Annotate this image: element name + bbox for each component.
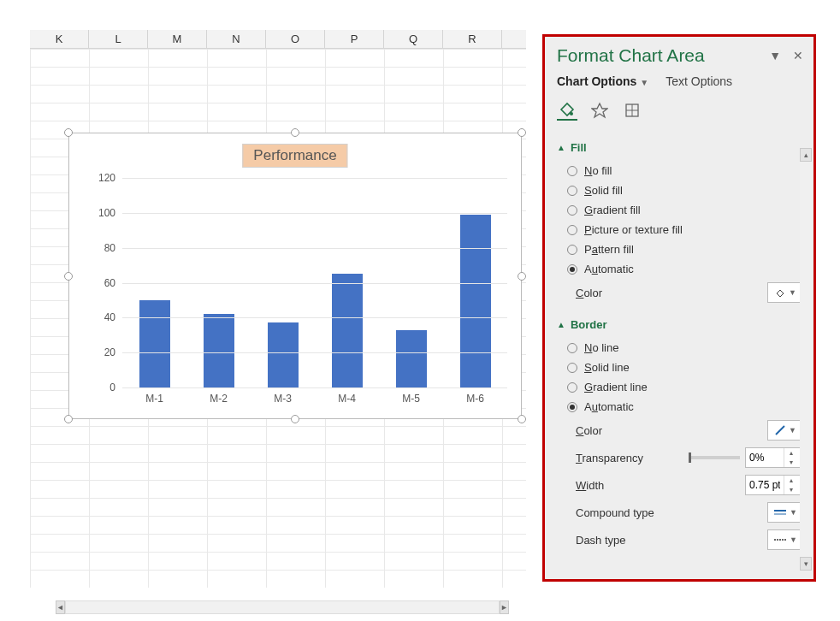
tab-chart-options[interactable]: Chart Options▼ bbox=[557, 74, 648, 88]
option-tabs: Chart Options▼ Text Options bbox=[545, 71, 813, 97]
x-tick-label: M-6 bbox=[443, 393, 507, 410]
svg-line-5 bbox=[776, 426, 784, 435]
fill-color-label: Color bbox=[576, 287, 602, 299]
chart-title[interactable]: Performance bbox=[242, 144, 347, 168]
column-header[interactable]: Q bbox=[384, 30, 443, 48]
y-tick-label: 80 bbox=[104, 242, 115, 254]
y-tick-label: 100 bbox=[98, 207, 115, 219]
y-axis: 020406080100120 bbox=[93, 178, 119, 387]
bar[interactable] bbox=[268, 322, 299, 387]
x-tick-label: M-3 bbox=[251, 393, 315, 410]
tab-text-options[interactable]: Text Options bbox=[665, 74, 732, 88]
x-axis: M-1M-2M-3M-4M-5M-6 bbox=[122, 393, 507, 410]
scroll-left-button[interactable]: ◄ bbox=[56, 600, 65, 614]
border-option-automatic[interactable]: Automatic bbox=[567, 397, 805, 417]
chart-object[interactable]: Performance 020406080100120 M-1M-2M-3M-4… bbox=[68, 133, 522, 419]
scroll-up-button[interactable]: ▴ bbox=[800, 148, 812, 162]
transparency-slider[interactable] bbox=[689, 456, 740, 459]
fill-option-no-fill[interactable]: No fill bbox=[567, 161, 805, 180]
scroll-right-button[interactable]: ► bbox=[500, 600, 509, 614]
y-tick-label: 120 bbox=[98, 172, 115, 184]
fill-option-picture[interactable]: Picture or texture fill bbox=[567, 220, 805, 240]
x-tick-label: M-5 bbox=[379, 393, 443, 410]
column-header[interactable]: P bbox=[325, 30, 384, 48]
column-header[interactable]: O bbox=[266, 30, 325, 48]
resize-handle[interactable] bbox=[518, 415, 526, 423]
compound-type-label: Compound type bbox=[576, 506, 654, 519]
svg-point-0 bbox=[570, 112, 573, 115]
resize-handle[interactable] bbox=[64, 272, 73, 281]
fill-color-picker[interactable]: ▼ bbox=[767, 282, 803, 303]
size-properties-icon[interactable] bbox=[622, 100, 642, 121]
pane-header: Format Chart Area ▼ ✕ bbox=[545, 37, 813, 71]
svg-marker-1 bbox=[592, 104, 607, 117]
y-tick-label: 60 bbox=[104, 277, 115, 289]
effects-icon[interactable] bbox=[589, 100, 610, 121]
border-option-no-line[interactable]: No line bbox=[567, 338, 805, 358]
column-header[interactable]: N bbox=[207, 30, 266, 48]
fill-section-header[interactable]: ▲Fill bbox=[557, 141, 805, 154]
fill-option-automatic[interactable]: Automatic bbox=[567, 259, 805, 279]
dash-type-label: Dash type bbox=[576, 534, 626, 547]
scroll-track[interactable] bbox=[800, 162, 812, 557]
width-spinner[interactable]: ▴▾ bbox=[745, 475, 803, 495]
border-section: ▲Border No line Solid line Gradient line… bbox=[545, 308, 813, 555]
pane-vertical-scrollbar[interactable]: ▴ ▾ bbox=[800, 148, 812, 571]
border-color-picker[interactable]: ▼ bbox=[767, 420, 803, 441]
resize-handle[interactable] bbox=[291, 128, 299, 137]
bar[interactable] bbox=[332, 274, 363, 387]
x-tick-label: M-2 bbox=[186, 393, 251, 410]
plot-area[interactable] bbox=[122, 178, 507, 387]
column-headers: KLMNOPQR bbox=[30, 30, 526, 49]
pane-options-dropdown[interactable]: ▼ bbox=[769, 49, 781, 62]
resize-handle[interactable] bbox=[291, 415, 299, 423]
y-tick-label: 20 bbox=[104, 346, 115, 358]
border-section-header[interactable]: ▲Border bbox=[557, 318, 805, 331]
fill-option-pattern[interactable]: Pattern fill bbox=[567, 240, 805, 259]
border-option-gradient[interactable]: Gradient line bbox=[567, 377, 805, 397]
worksheet-horizontal-scrollbar[interactable]: ◄ ► bbox=[56, 600, 509, 614]
fill-section: ▲Fill No fill Solid fill Gradient fill P… bbox=[545, 131, 813, 308]
category-icons bbox=[545, 97, 813, 131]
transparency-spinner[interactable]: ▴▾ bbox=[745, 447, 803, 468]
y-tick-label: 40 bbox=[104, 311, 115, 323]
column-header[interactable]: M bbox=[148, 30, 207, 48]
format-chart-area-pane: Format Chart Area ▼ ✕ Chart Options▼ Tex… bbox=[542, 34, 816, 582]
y-tick-label: 0 bbox=[109, 381, 115, 393]
column-header[interactable]: R bbox=[443, 30, 502, 48]
dash-type-picker[interactable]: ▼ bbox=[767, 529, 803, 550]
close-icon[interactable]: ✕ bbox=[793, 49, 803, 62]
resize-handle[interactable] bbox=[64, 415, 73, 423]
border-color-label: Color bbox=[576, 424, 602, 437]
resize-handle[interactable] bbox=[518, 128, 526, 137]
bar[interactable] bbox=[460, 215, 491, 387]
column-header[interactable]: K bbox=[30, 30, 89, 48]
border-option-solid[interactable]: Solid line bbox=[567, 358, 805, 377]
scroll-track[interactable] bbox=[65, 600, 500, 614]
worksheet[interactable]: KLMNOPQR Performance 020406080100120 M-1… bbox=[30, 30, 526, 586]
resize-handle[interactable] bbox=[64, 128, 73, 137]
transparency-label: Transparency bbox=[576, 452, 643, 464]
x-tick-label: M-1 bbox=[122, 393, 186, 410]
bar[interactable] bbox=[204, 314, 234, 387]
fill-line-icon[interactable] bbox=[557, 100, 577, 121]
bar[interactable] bbox=[139, 300, 170, 387]
width-label: Width bbox=[576, 479, 604, 492]
compound-type-picker[interactable]: ▼ bbox=[767, 502, 803, 523]
x-tick-label: M-4 bbox=[315, 393, 379, 410]
bar[interactable] bbox=[396, 330, 427, 387]
scroll-down-button[interactable]: ▾ bbox=[800, 557, 812, 571]
column-header[interactable]: L bbox=[89, 30, 148, 48]
pane-title: Format Chart Area bbox=[557, 45, 705, 66]
fill-option-gradient[interactable]: Gradient fill bbox=[567, 200, 805, 220]
fill-option-solid[interactable]: Solid fill bbox=[567, 180, 805, 200]
resize-handle[interactable] bbox=[518, 272, 526, 281]
